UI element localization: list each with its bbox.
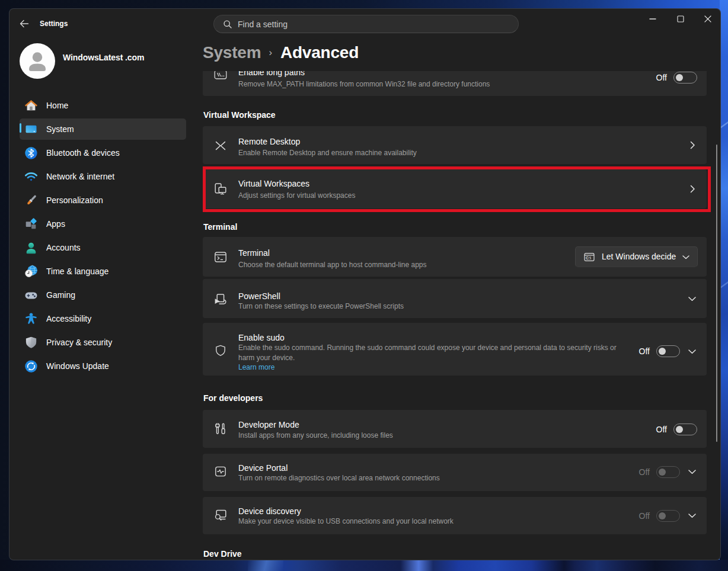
svg-text:C:\: C:\ (586, 256, 591, 260)
